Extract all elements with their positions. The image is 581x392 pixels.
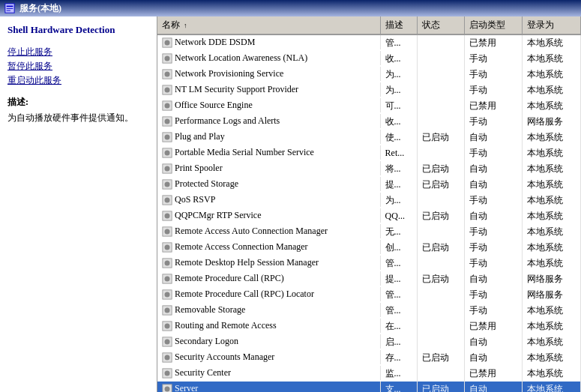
service-login-as: 本地系统 xyxy=(523,350,581,366)
svg-point-23 xyxy=(165,181,170,187)
service-icon xyxy=(162,242,172,253)
svg-point-37 xyxy=(165,292,170,297)
service-desc: Ret... xyxy=(381,145,418,161)
svg-point-45 xyxy=(165,355,170,360)
svg-point-15 xyxy=(165,118,170,124)
service-start-type: 已禁用 xyxy=(464,34,523,51)
service-icon xyxy=(162,368,172,379)
table-row[interactable]: Security Accounts Manager存...已启动自动本地系统 xyxy=(157,350,581,366)
svg-point-11 xyxy=(165,87,170,92)
restart-service-link[interactable]: 重启动此服务 xyxy=(7,74,149,87)
svg-point-19 xyxy=(165,150,170,155)
service-name-text: Network DDE DSDM xyxy=(175,37,255,48)
table-row[interactable]: Office Source Engine可...已禁用本地系统 xyxy=(157,98,581,114)
service-icon xyxy=(162,321,172,331)
pause-service-link[interactable]: 暂停此服务 xyxy=(7,60,149,73)
table-row[interactable]: Portable Media Serial Number ServiceRet.… xyxy=(157,145,581,161)
service-login-as: 本地系统 xyxy=(523,193,581,208)
table-row[interactable]: Performance Logs and Alerts收...手动网络服务 xyxy=(157,114,581,130)
service-status xyxy=(418,287,464,303)
service-start-type: 自动 xyxy=(464,130,523,145)
service-name-cell: Network Provisioning Service xyxy=(157,67,381,81)
service-name-text: Server xyxy=(175,383,198,392)
service-status xyxy=(418,82,464,98)
service-status: 已启动 xyxy=(418,130,464,145)
table-row[interactable]: Print Spooler将...已启动自动本地系统 xyxy=(157,161,581,177)
service-name-text: Portable Media Serial Number Service xyxy=(175,147,314,158)
stop-service-link[interactable]: 停止此服务 xyxy=(7,46,149,58)
service-name-text: Protected Storage xyxy=(175,178,238,190)
service-status: 已启动 xyxy=(418,208,464,224)
table-row[interactable]: Remote Procedure Call (RPC)提...已启动自动网络服务 xyxy=(157,271,581,287)
table-row[interactable]: Network Provisioning Service为...手动本地系统 xyxy=(157,67,581,82)
service-start-type: 自动 xyxy=(464,208,523,224)
service-icon xyxy=(162,305,172,316)
service-name-text: Remote Desktop Help Session Manager xyxy=(175,257,319,268)
service-login-as: 本地系统 xyxy=(523,82,581,98)
service-icon xyxy=(162,132,172,142)
table-row[interactable]: Routing and Remote Access在...已禁用本地系统 xyxy=(157,319,581,334)
service-name-text: Performance Logs and Alerts xyxy=(175,115,280,127)
service-name-text: Print Spooler xyxy=(175,163,223,174)
col-desc[interactable]: 描述 xyxy=(381,16,418,34)
service-start-type: 手动 xyxy=(464,224,523,240)
service-start-type: 手动 xyxy=(464,256,523,271)
service-name-cell: Remote Access Auto Connection Manager xyxy=(157,224,381,238)
svg-point-5 xyxy=(165,40,170,45)
col-loginas[interactable]: 登录为 xyxy=(523,16,581,34)
service-icon xyxy=(162,116,172,127)
service-desc: 将... xyxy=(381,161,418,177)
service-desc: 监... xyxy=(381,366,418,382)
table-row[interactable]: Remote Access Auto Connection Manager无..… xyxy=(157,224,581,240)
table-row[interactable]: Network Location Awareness (NLA)收...手动本地… xyxy=(157,51,581,67)
svg-point-47 xyxy=(165,370,170,376)
table-row[interactable]: Plug and Play使...已启动自动本地系统 xyxy=(157,130,581,145)
service-name-cell: QQPCMgr RTP Service xyxy=(157,208,381,223)
table-row[interactable]: Server支...已启动自动本地系统 xyxy=(157,382,581,392)
table-row[interactable]: Protected Storage提...已启动自动本地系统 xyxy=(157,177,581,193)
service-login-as: 本地系统 xyxy=(523,240,581,256)
table-row[interactable]: Security Center监...已禁用本地系统 xyxy=(157,366,581,382)
service-desc: 提... xyxy=(381,177,418,193)
table-row[interactable]: Network DDE DSDM管...已禁用本地系统 xyxy=(157,34,581,51)
service-status xyxy=(418,114,464,130)
left-panel: Shell Hardware Detection 停止此服务 暂停此服务 重启动… xyxy=(0,16,157,392)
services-table: 名称 ↑ 描述 状态 启动类型 登录为 Network DDE DSDM管...… xyxy=(157,16,581,392)
table-row[interactable]: QQPCMgr RTP ServiceQQ...已启动自动本地系统 xyxy=(157,208,581,224)
col-starttype[interactable]: 启动类型 xyxy=(464,16,523,34)
svg-point-13 xyxy=(165,103,170,108)
service-status xyxy=(418,319,464,334)
service-start-type: 自动 xyxy=(464,177,523,193)
service-icon xyxy=(162,179,172,190)
table-row[interactable]: NT LM Security Support Provider为...手动本地系… xyxy=(157,82,581,98)
table-row[interactable]: Remote Desktop Help Session Manager管...手… xyxy=(157,256,581,271)
service-status xyxy=(418,98,464,114)
service-name-cell: Protected Storage xyxy=(157,177,381,191)
table-row[interactable]: QoS RSVP为...手动本地系统 xyxy=(157,193,581,208)
service-status: 已启动 xyxy=(418,240,464,256)
table-row[interactable]: Secondary Logon启...自动本地系统 xyxy=(157,334,581,350)
service-status: 已启动 xyxy=(418,271,464,287)
svg-point-35 xyxy=(165,276,170,281)
service-login-as: 本地系统 xyxy=(523,366,581,382)
service-desc: 为... xyxy=(381,82,418,98)
service-start-type: 手动 xyxy=(464,67,523,82)
service-icon xyxy=(162,274,172,284)
col-name[interactable]: 名称 ↑ xyxy=(157,16,381,34)
service-status xyxy=(418,67,464,82)
service-status: 已启动 xyxy=(418,177,464,193)
svg-point-17 xyxy=(165,134,170,139)
col-status[interactable]: 状态 xyxy=(418,16,464,34)
service-name-text: NT LM Security Support Provider xyxy=(175,84,298,95)
service-icon xyxy=(162,85,172,95)
table-row[interactable]: Remote Procedure Call (RPC) Locator管...手… xyxy=(157,287,581,303)
service-status xyxy=(418,224,464,240)
table-row[interactable]: Removable Storage管...手动本地系统 xyxy=(157,303,581,319)
svg-point-21 xyxy=(165,166,170,171)
right-panel[interactable]: 名称 ↑ 描述 状态 启动类型 登录为 Network DDE DSDM管...… xyxy=(157,16,581,392)
sort-arrow: ↑ xyxy=(184,22,187,29)
service-status xyxy=(418,366,464,382)
table-row[interactable]: Remote Access Connection Manager创...已启动手… xyxy=(157,240,581,256)
service-name-cell: NT LM Security Support Provider xyxy=(157,82,381,97)
service-icon xyxy=(162,100,172,111)
